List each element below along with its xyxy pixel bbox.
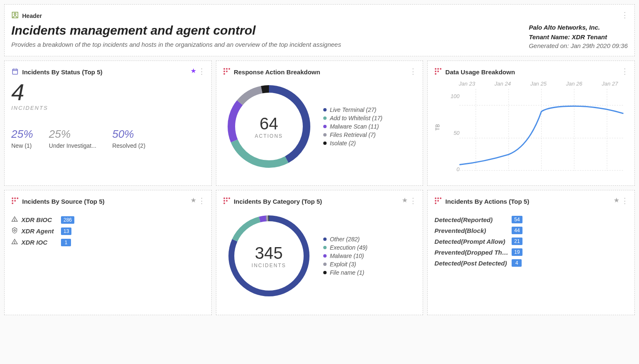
action-name: Detected(Post Detected) [434, 260, 512, 267]
panel-menu-icon[interactable]: ⋮ [198, 67, 205, 76]
status-title: Incidents By Status (Top 5) [22, 68, 102, 76]
header-panel: Header Incidents management and agent co… [4, 4, 635, 56]
legend-label: Malware Scan (11) [330, 123, 379, 130]
x-label: Jan 26 [566, 81, 582, 87]
page-title: Incidents management and agent control [11, 23, 341, 38]
favorite-star-icon[interactable]: ★ [402, 196, 408, 204]
svg-point-33 [12, 202, 13, 204]
svg-point-6 [223, 71, 225, 72]
svg-point-52 [440, 197, 441, 199]
x-label: Jan 24 [494, 81, 511, 87]
header-meta: Palo Alto Networks, Inc. Tenant Name: XD… [529, 11, 628, 49]
svg-point-7 [226, 71, 228, 72]
grid-icon [434, 68, 442, 76]
x-label: Jan 27 [602, 81, 618, 87]
legend-label: Execution (49) [330, 244, 368, 251]
actions-title: Incidents By Actions (Top 5) [445, 198, 529, 205]
svg-point-51 [437, 197, 439, 199]
legend-label: Isolate (2) [330, 140, 356, 147]
source-row[interactable]: XDR IOC1 [11, 238, 205, 246]
warning-icon [11, 238, 19, 246]
action-name: Detected(Prompt Allow) [434, 238, 512, 245]
favorite-star-icon[interactable]: ★ [190, 67, 196, 75]
bar-track [526, 240, 628, 243]
panel-menu-icon[interactable]: ⋮ [621, 196, 629, 205]
panel-menu-icon[interactable]: ⋮ [198, 196, 205, 205]
x-label: Jan 23 [459, 81, 475, 87]
source-name: XDR BIOC [21, 216, 61, 223]
svg-point-44 [223, 202, 225, 204]
panel-menu-icon[interactable]: ⋮ [621, 10, 629, 20]
usage-title: Data Usage Breakdown [445, 68, 515, 76]
response-panel: Response Action Breakdown ⋮ 64 ACTIONS L… [216, 61, 423, 186]
action-row[interactable]: Prevented(Block)44 [434, 227, 628, 234]
action-row[interactable]: Detected(Post Detected)4 [434, 259, 628, 267]
action-row[interactable]: Detected(Reported)54 [434, 216, 628, 223]
svg-point-16 [440, 68, 441, 70]
bar-track [526, 250, 628, 254]
bar-track [78, 218, 205, 222]
svg-point-53 [435, 200, 436, 202]
header-icon [11, 11, 19, 20]
svg-point-30 [17, 197, 18, 199]
svg-point-41 [228, 197, 230, 199]
svg-rect-2 [13, 69, 18, 74]
actions-panel: Incidents By Actions (Top 5) ★ ⋮ Detecte… [427, 190, 635, 315]
source-row[interactable]: XDR BIOC286 [11, 216, 205, 224]
svg-point-4 [226, 68, 228, 70]
grid-icon [11, 197, 19, 206]
incident-count-label: INCIDENTS [11, 105, 205, 111]
action-row[interactable]: Prevented(Dropped The ...19 [434, 248, 628, 256]
category-panel: Incidents By Category (Top 5) ★ ⋮ 345 IN… [216, 190, 423, 315]
favorite-star-icon[interactable]: ★ [614, 196, 619, 204]
grid-icon [434, 197, 442, 206]
usage-line-chart[interactable]: Jan 23 Jan 24 Jan 25 Jan 26 Jan 27 TB 10… [434, 81, 628, 177]
resolved-label: Resolved (2) [112, 142, 145, 149]
svg-point-43 [226, 200, 228, 202]
category-title: Incidents By Category (Top 5) [234, 198, 322, 205]
svg-point-1 [14, 13, 16, 15]
panel-menu-icon[interactable]: ⋮ [621, 67, 629, 76]
source-row[interactable]: XDR Agent13 [11, 227, 205, 235]
response-total-label: ACTIONS [255, 133, 283, 139]
response-title: Response Action Breakdown [234, 68, 320, 76]
response-donut-chart[interactable]: 64 ACTIONS [223, 81, 315, 172]
category-legend: Other (282) Execution (49) Malware (10) … [323, 234, 368, 278]
source-name: XDR IOC [21, 239, 61, 246]
svg-point-19 [435, 73, 436, 75]
favorite-star-icon[interactable]: ★ [190, 196, 196, 204]
svg-point-50 [435, 197, 436, 199]
new-pct: 25% [11, 128, 33, 141]
action-count-badge: 19 [512, 248, 522, 256]
svg-point-54 [437, 200, 439, 202]
y-axis-unit: TB [435, 124, 441, 130]
svg-point-8 [223, 73, 225, 75]
source-count-badge: 13 [61, 228, 71, 235]
header-label: Header [22, 13, 42, 19]
action-row[interactable]: Detected(Prompt Allow)21 [434, 238, 628, 245]
svg-point-55 [435, 202, 436, 204]
new-label: New (1) [11, 142, 33, 149]
svg-point-18 [437, 71, 439, 72]
action-name: Detected(Reported) [434, 216, 512, 223]
page-subtitle: Provides a breakdown of the top incident… [11, 41, 341, 48]
legend-label: Add to Whitelist (17) [330, 115, 383, 121]
svg-point-36 [14, 230, 15, 231]
action-count-badge: 21 [512, 238, 522, 245]
panel-menu-icon[interactable]: ⋮ [409, 67, 417, 76]
investigating-pct: 25% [49, 128, 96, 141]
panel-menu-icon[interactable]: ⋮ [409, 196, 417, 205]
source-count-badge: 286 [61, 216, 74, 224]
svg-point-28 [12, 197, 13, 199]
source-title: Incidents By Source (Top 5) [22, 198, 104, 205]
investigating-label: Under Investigat... [49, 142, 96, 149]
category-donut-chart[interactable]: 345 INCIDENTS [223, 210, 315, 302]
svg-point-39 [223, 197, 225, 199]
x-label: Jan 25 [530, 81, 547, 87]
legend-label: Live Terminal (27) [330, 106, 377, 113]
svg-point-5 [228, 68, 230, 70]
legend-label: Malware (10) [330, 253, 364, 259]
resolved-pct: 50% [112, 128, 145, 141]
tenant-name: Tenant Name: XDR Tenant [529, 33, 628, 40]
y-label: 0 [456, 166, 459, 172]
